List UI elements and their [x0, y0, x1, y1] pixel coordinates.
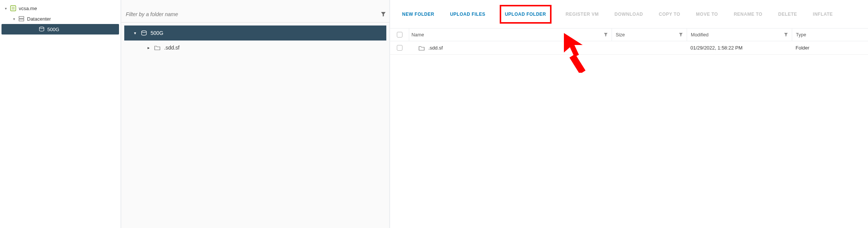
row-name: .sdd.sf — [428, 45, 443, 51]
row-type: Folder — [792, 45, 868, 51]
nav-label-datastore: 500G — [46, 27, 59, 32]
vcenter-icon — [9, 5, 17, 11]
nav-item-datastore[interactable]: 500G — [2, 24, 119, 34]
nav-item-datacenter[interactable]: ▾ Datacenter — [0, 14, 121, 24]
table-header: Name Size Modified Type — [390, 28, 868, 41]
datastore-icon — [139, 30, 148, 36]
download-button: DOWNLOAD — [613, 8, 645, 21]
nav-label-datacenter: Datacenter — [26, 16, 51, 22]
column-label-modified: Modified — [691, 32, 708, 38]
chevron-down-icon[interactable]: ▾ — [131, 31, 139, 36]
nav-item-vcsa[interactable]: ▾ vcsa.me — [0, 3, 121, 14]
filter-icon[interactable] — [679, 33, 683, 37]
folder-icon — [153, 45, 162, 50]
svg-point-5 — [142, 30, 146, 32]
row-checkbox[interactable] — [397, 45, 402, 51]
filter-icon[interactable] — [784, 33, 788, 37]
datastore-icon — [38, 27, 46, 32]
column-label-type: Type — [796, 32, 806, 38]
inflate-button: INFLATE — [811, 8, 834, 21]
column-label-name: Name — [411, 32, 424, 38]
chevron-down-icon[interactable]: ▾ — [2, 6, 9, 10]
upload-folder-button[interactable]: UPLOAD FOLDER — [500, 5, 552, 24]
column-header-modified[interactable]: Modified — [687, 28, 792, 41]
delete-button: DELETE — [777, 8, 799, 21]
select-all-checkbox[interactable] — [397, 32, 402, 38]
move-to-button: MOVE TO — [695, 8, 720, 21]
upload-files-button[interactable]: UPLOAD FILES — [449, 8, 487, 21]
filter-icon[interactable] — [377, 12, 389, 17]
column-header-size[interactable]: Size — [612, 28, 687, 41]
register-vm-button: REGISTER VM — [564, 8, 600, 21]
new-folder-button[interactable]: NEW FOLDER — [401, 8, 436, 21]
datacenter-icon — [17, 16, 26, 22]
nav-label-vcsa: vcsa.me — [17, 6, 37, 11]
chevron-right-icon[interactable]: ▸ — [145, 45, 153, 50]
svg-point-4 — [39, 27, 44, 28]
toolbar: NEW FOLDER UPLOAD FILES UPLOAD FOLDER RE… — [390, 0, 868, 28]
rename-to-button: RENAME TO — [732, 8, 764, 21]
mid-item-root[interactable]: ▾ 500G — [124, 26, 386, 40]
column-header-type[interactable]: Type — [792, 28, 868, 41]
mid-label-root: 500G — [148, 30, 163, 36]
column-label-size: Size — [616, 32, 625, 38]
filter-icon[interactable] — [604, 33, 608, 37]
left-nav-panel: ▾ vcsa.me ▾ Datacenter 500G — [0, 0, 121, 228]
filter-input[interactable] — [121, 8, 377, 20]
svg-rect-1 — [12, 7, 15, 10]
mid-item-child[interactable]: ▸ .sdd.sf — [121, 40, 389, 55]
middle-tree: ▾ 500G ▸ .sdd.sf — [121, 22, 389, 58]
svg-rect-2 — [19, 16, 24, 18]
mid-label-child: .sdd.sf — [162, 45, 179, 51]
column-header-name[interactable]: Name — [409, 28, 612, 41]
middle-folder-panel: ▾ 500G ▸ .sdd.sf — [121, 0, 390, 228]
right-panel: NEW FOLDER UPLOAD FILES UPLOAD FOLDER RE… — [390, 0, 868, 228]
copy-to-button: COPY TO — [657, 8, 682, 21]
filter-row — [121, 6, 389, 22]
table-row[interactable]: .sdd.sf 01/29/2022, 1:58:22 PM Folder — [390, 41, 868, 55]
row-modified: 01/29/2022, 1:58:22 PM — [687, 45, 792, 51]
chevron-down-icon[interactable]: ▾ — [11, 17, 17, 21]
folder-icon — [419, 45, 425, 51]
svg-rect-3 — [19, 19, 24, 21]
